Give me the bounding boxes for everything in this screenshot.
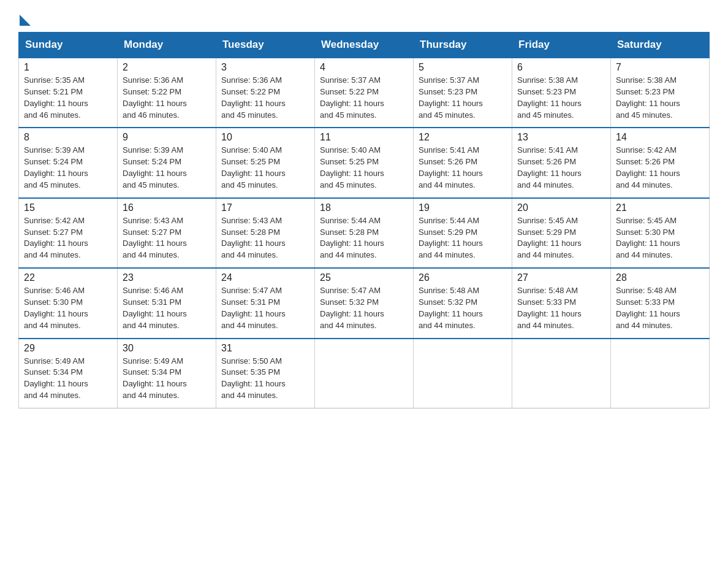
day-info: Sunrise: 5:35 AMSunset: 5:21 PMDaylight:… (24, 75, 88, 120)
day-info: Sunrise: 5:47 AMSunset: 5:31 PMDaylight:… (221, 286, 286, 330)
logo (18, 12, 31, 26)
day-info: Sunrise: 5:42 AMSunset: 5:27 PMDaylight:… (24, 216, 88, 260)
day-info: Sunrise: 5:42 AMSunset: 5:26 PMDaylight:… (616, 145, 680, 190)
logo-arrow-icon (20, 15, 31, 26)
calendar-cell: 25 Sunrise: 5:47 AMSunset: 5:32 PMDaylig… (315, 268, 414, 338)
day-info: Sunrise: 5:48 AMSunset: 5:32 PMDaylight:… (419, 286, 483, 330)
calendar-cell: 23 Sunrise: 5:46 AMSunset: 5:31 PMDaylig… (118, 268, 216, 338)
calendar-cell: 1 Sunrise: 5:35 AMSunset: 5:21 PMDayligh… (19, 58, 118, 128)
calendar-cell: 15 Sunrise: 5:42 AMSunset: 5:27 PMDaylig… (19, 198, 118, 268)
day-info: Sunrise: 5:40 AMSunset: 5:25 PMDaylight:… (221, 145, 286, 190)
day-info: Sunrise: 5:36 AMSunset: 5:22 PMDaylight:… (221, 75, 286, 120)
calendar-cell: 10 Sunrise: 5:40 AMSunset: 5:25 PMDaylig… (216, 128, 315, 197)
day-number: 27 (517, 272, 605, 283)
day-number: 15 (24, 202, 112, 213)
day-number: 7 (616, 62, 704, 73)
day-number: 14 (616, 132, 704, 143)
day-number: 16 (123, 202, 211, 213)
calendar-cell: 21 Sunrise: 5:45 AMSunset: 5:30 PMDaylig… (611, 198, 710, 268)
day-number: 2 (123, 62, 211, 73)
day-number: 1 (24, 62, 112, 73)
weekday-header-friday: Friday (512, 33, 611, 58)
day-info: Sunrise: 5:39 AMSunset: 5:24 PMDaylight:… (24, 145, 88, 190)
calendar-cell: 9 Sunrise: 5:39 AMSunset: 5:24 PMDayligh… (118, 128, 216, 197)
calendar-cell: 16 Sunrise: 5:43 AMSunset: 5:27 PMDaylig… (118, 198, 216, 268)
day-number: 4 (320, 62, 408, 73)
day-number: 13 (517, 132, 605, 143)
calendar-cell: 28 Sunrise: 5:48 AMSunset: 5:33 PMDaylig… (611, 268, 710, 338)
day-info: Sunrise: 5:41 AMSunset: 5:26 PMDaylight:… (517, 145, 582, 190)
day-info: Sunrise: 5:40 AMSunset: 5:25 PMDaylight:… (320, 145, 384, 190)
day-info: Sunrise: 5:39 AMSunset: 5:24 PMDaylight:… (123, 145, 187, 190)
page-header (18, 12, 710, 26)
day-info: Sunrise: 5:49 AMSunset: 5:34 PMDaylight:… (123, 356, 187, 400)
day-info: Sunrise: 5:46 AMSunset: 5:31 PMDaylight:… (123, 286, 187, 330)
day-number: 8 (24, 132, 112, 143)
calendar-cell (512, 339, 611, 408)
day-number: 6 (517, 62, 605, 73)
calendar-cell (315, 339, 414, 408)
calendar-cell: 5 Sunrise: 5:37 AMSunset: 5:23 PMDayligh… (414, 58, 512, 128)
logo-top (18, 12, 31, 26)
day-number: 12 (419, 132, 507, 143)
calendar-cell: 3 Sunrise: 5:36 AMSunset: 5:22 PMDayligh… (216, 58, 315, 128)
day-number: 5 (419, 62, 507, 73)
day-number: 11 (320, 132, 408, 143)
calendar-cell: 24 Sunrise: 5:47 AMSunset: 5:31 PMDaylig… (216, 268, 315, 338)
day-number: 29 (24, 343, 112, 354)
day-info: Sunrise: 5:47 AMSunset: 5:32 PMDaylight:… (320, 286, 384, 330)
day-info: Sunrise: 5:50 AMSunset: 5:35 PMDaylight:… (221, 356, 286, 400)
day-number: 30 (123, 343, 211, 354)
weekday-header-wednesday: Wednesday (315, 33, 414, 58)
calendar-cell: 18 Sunrise: 5:44 AMSunset: 5:28 PMDaylig… (315, 198, 414, 268)
calendar-cell: 30 Sunrise: 5:49 AMSunset: 5:34 PMDaylig… (118, 339, 216, 408)
day-info: Sunrise: 5:46 AMSunset: 5:30 PMDaylight:… (24, 286, 88, 330)
day-info: Sunrise: 5:38 AMSunset: 5:23 PMDaylight:… (616, 75, 680, 120)
weekday-header-tuesday: Tuesday (216, 33, 315, 58)
calendar-cell: 14 Sunrise: 5:42 AMSunset: 5:26 PMDaylig… (611, 128, 710, 197)
day-number: 31 (221, 343, 309, 354)
day-info: Sunrise: 5:44 AMSunset: 5:29 PMDaylight:… (419, 216, 483, 260)
weekday-header-thursday: Thursday (414, 33, 512, 58)
day-info: Sunrise: 5:45 AMSunset: 5:30 PMDaylight:… (616, 216, 680, 260)
calendar-cell: 26 Sunrise: 5:48 AMSunset: 5:32 PMDaylig… (414, 268, 512, 338)
calendar-cell: 20 Sunrise: 5:45 AMSunset: 5:29 PMDaylig… (512, 198, 611, 268)
day-info: Sunrise: 5:37 AMSunset: 5:22 PMDaylight:… (320, 75, 384, 120)
week-row-2: 8 Sunrise: 5:39 AMSunset: 5:24 PMDayligh… (19, 128, 710, 197)
calendar-cell: 13 Sunrise: 5:41 AMSunset: 5:26 PMDaylig… (512, 128, 611, 197)
day-info: Sunrise: 5:41 AMSunset: 5:26 PMDaylight:… (419, 145, 483, 190)
calendar-cell (414, 339, 512, 408)
calendar-cell: 12 Sunrise: 5:41 AMSunset: 5:26 PMDaylig… (414, 128, 512, 197)
weekday-header-monday: Monday (118, 33, 216, 58)
calendar-cell: 2 Sunrise: 5:36 AMSunset: 5:22 PMDayligh… (118, 58, 216, 128)
week-row-1: 1 Sunrise: 5:35 AMSunset: 5:21 PMDayligh… (19, 58, 710, 128)
day-number: 21 (616, 202, 704, 213)
day-number: 3 (221, 62, 309, 73)
calendar-header: SundayMondayTuesdayWednesdayThursdayFrid… (19, 33, 710, 58)
day-info: Sunrise: 5:48 AMSunset: 5:33 PMDaylight:… (616, 286, 680, 330)
week-row-4: 22 Sunrise: 5:46 AMSunset: 5:30 PMDaylig… (19, 268, 710, 338)
calendar-cell: 19 Sunrise: 5:44 AMSunset: 5:29 PMDaylig… (414, 198, 512, 268)
day-info: Sunrise: 5:36 AMSunset: 5:22 PMDaylight:… (123, 75, 187, 120)
calendar-body: 1 Sunrise: 5:35 AMSunset: 5:21 PMDayligh… (19, 58, 710, 408)
weekday-header-row: SundayMondayTuesdayWednesdayThursdayFrid… (19, 33, 710, 58)
calendar-cell: 8 Sunrise: 5:39 AMSunset: 5:24 PMDayligh… (19, 128, 118, 197)
day-number: 9 (123, 132, 211, 143)
calendar-cell: 31 Sunrise: 5:50 AMSunset: 5:35 PMDaylig… (216, 339, 315, 408)
day-number: 20 (517, 202, 605, 213)
week-row-3: 15 Sunrise: 5:42 AMSunset: 5:27 PMDaylig… (19, 198, 710, 268)
calendar-cell: 4 Sunrise: 5:37 AMSunset: 5:22 PMDayligh… (315, 58, 414, 128)
day-number: 10 (221, 132, 309, 143)
day-number: 26 (419, 272, 507, 283)
day-number: 28 (616, 272, 704, 283)
calendar-cell (611, 339, 710, 408)
day-info: Sunrise: 5:43 AMSunset: 5:27 PMDaylight:… (123, 216, 187, 260)
day-number: 24 (221, 272, 309, 283)
day-info: Sunrise: 5:48 AMSunset: 5:33 PMDaylight:… (517, 286, 582, 330)
calendar-cell: 29 Sunrise: 5:49 AMSunset: 5:34 PMDaylig… (19, 339, 118, 408)
calendar-cell: 11 Sunrise: 5:40 AMSunset: 5:25 PMDaylig… (315, 128, 414, 197)
weekday-header-sunday: Sunday (19, 33, 118, 58)
day-info: Sunrise: 5:49 AMSunset: 5:34 PMDaylight:… (24, 356, 88, 400)
calendar-cell: 27 Sunrise: 5:48 AMSunset: 5:33 PMDaylig… (512, 268, 611, 338)
day-info: Sunrise: 5:38 AMSunset: 5:23 PMDaylight:… (517, 75, 582, 120)
